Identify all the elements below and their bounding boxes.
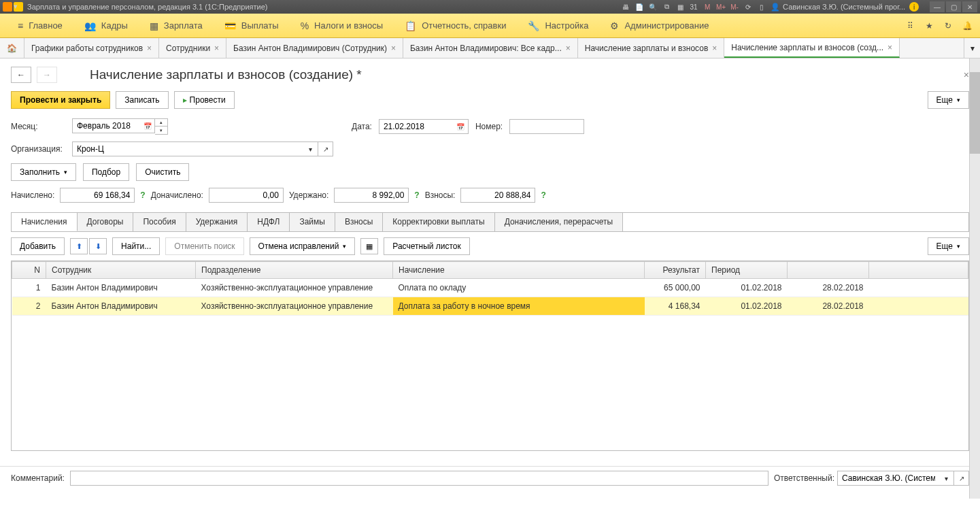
move-down-button[interactable]: ⬇ — [89, 238, 107, 254]
subtab-benefits[interactable]: Пособия — [133, 213, 186, 231]
close-icon[interactable]: × — [147, 44, 152, 53]
find-button[interactable]: Найти... — [112, 237, 160, 255]
withheld-value[interactable] — [334, 188, 409, 203]
star-icon[interactable]: ★ — [923, 20, 935, 32]
close-window-button[interactable]: ✕ — [962, 1, 977, 12]
subtab-deductions[interactable]: Удержания — [186, 213, 248, 231]
post-button[interactable]: ▸Провести — [174, 91, 235, 109]
accrued-value[interactable] — [60, 188, 135, 203]
post-and-close-button[interactable]: Провести и закрыть — [11, 91, 110, 109]
dropdown-icon[interactable]: ▾ — [303, 141, 318, 156]
menu-payments[interactable]: 💳Выплаты — [214, 20, 290, 31]
tab-schedules[interactable]: Графики работы сотрудников× — [24, 38, 159, 58]
col-employee[interactable]: Сотрудник — [46, 262, 196, 279]
help-icon[interactable]: ? — [140, 190, 145, 200]
fill-button[interactable]: Заполнить▾ — [11, 163, 76, 181]
maximize-button[interactable]: ▢ — [946, 1, 961, 12]
subtab-loans[interactable]: Займы — [290, 213, 335, 231]
table-settings-button[interactable]: ▦ — [360, 238, 378, 254]
menu-reports[interactable]: 📋Отчетность, справки — [394, 20, 517, 31]
info-icon[interactable]: i — [909, 2, 919, 12]
org-input[interactable] — [72, 141, 303, 156]
write-button[interactable]: Записать — [116, 91, 168, 109]
close-icon[interactable]: × — [712, 44, 717, 53]
home-tab[interactable]: 🏠 — [0, 38, 24, 58]
subtab-contributions[interactable]: Взносы — [335, 213, 383, 231]
user-label[interactable]: 👤 Савинская З.Ю. (Системный прог... — [771, 3, 905, 12]
menu-settings[interactable]: 🔧Настройка — [517, 20, 599, 31]
subtab-ndfl[interactable]: НДФЛ — [248, 213, 290, 231]
tabs-dropdown[interactable]: ▾ — [964, 38, 980, 58]
responsible-input[interactable] — [837, 471, 939, 486]
m-icon[interactable]: M — [703, 2, 712, 12]
history-icon[interactable]: ↻ — [942, 20, 954, 32]
m-minus-icon[interactable]: M- — [730, 2, 739, 12]
calc-icon[interactable]: ▦ — [675, 2, 685, 12]
help-icon[interactable]: ? — [541, 190, 545, 200]
close-icon[interactable]: × — [888, 43, 892, 52]
minimize-button[interactable]: — — [930, 1, 945, 12]
subtab-recalc[interactable]: Доначисления, перерасчеты — [495, 213, 623, 231]
col-accrual[interactable]: Начисление — [393, 262, 645, 279]
table-row[interactable]: 2 Базин Антон Владимирович Хозяйственно-… — [12, 297, 968, 316]
menu-taxes[interactable]: %Налоги и взносы — [290, 20, 394, 31]
comment-input[interactable] — [70, 471, 768, 486]
add-accrued-value[interactable] — [209, 188, 284, 203]
calendar-icon[interactable]: 31 — [689, 2, 698, 12]
dropdown-icon[interactable]: ▾ — [14, 2, 23, 12]
bell-icon[interactable]: 🔔 — [961, 20, 973, 32]
nav-back-button[interactable]: ← — [11, 67, 31, 83]
table-row[interactable]: 1 Базин Антон Владимирович Хозяйственно-… — [12, 279, 968, 297]
col-extra[interactable] — [869, 262, 968, 279]
nav-forward-button[interactable]: → — [37, 67, 57, 83]
select-button[interactable]: Подбор — [83, 163, 129, 181]
month-up[interactable]: ▴ — [155, 119, 167, 127]
month-input[interactable] — [72, 118, 140, 133]
open-icon[interactable]: ↗ — [954, 471, 969, 486]
tab-employee-card[interactable]: Базин Антон Владимирович (Сотрудник)× — [226, 38, 403, 58]
restore-icon[interactable]: ⟳ — [743, 2, 753, 12]
subtab-corrections[interactable]: Корректировки выплаты — [383, 213, 494, 231]
open-icon[interactable]: ↗ — [318, 141, 333, 156]
menu-salary[interactable]: ▦Зарплата — [139, 20, 214, 31]
clear-button[interactable]: Очистить — [136, 163, 189, 181]
page-close-button[interactable]: × — [964, 69, 969, 80]
contrib-value[interactable] — [460, 188, 535, 203]
panel-icon[interactable]: ▯ — [757, 2, 766, 12]
tab-employee-all[interactable]: Базин Антон Владимирович: Все кадр...× — [403, 38, 578, 58]
col-period[interactable]: Период — [706, 262, 788, 279]
menu-main[interactable]: ≡Главное — [7, 20, 73, 31]
col-period2[interactable] — [788, 262, 869, 279]
payslip-button[interactable]: Расчетный листок — [384, 237, 469, 255]
cancel-search-button[interactable]: Отменить поиск — [165, 237, 243, 255]
grid-icon[interactable]: ⠿ — [904, 20, 916, 32]
copy-icon[interactable]: 📄 — [635, 2, 644, 12]
subtab-contracts[interactable]: Договоры — [78, 213, 134, 231]
add-button[interactable]: Добавить — [11, 237, 65, 255]
move-up-button[interactable]: ⬆ — [70, 238, 88, 254]
compare-icon[interactable]: ⧉ — [662, 2, 671, 12]
scrollbar[interactable] — [969, 58, 980, 490]
close-icon[interactable]: × — [566, 44, 571, 53]
tab-employees[interactable]: Сотрудники× — [159, 38, 226, 58]
cancel-fix-button[interactable]: Отмена исправлений▾ — [250, 237, 356, 255]
number-input[interactable] — [509, 119, 584, 134]
close-icon[interactable]: × — [214, 44, 219, 53]
menu-personnel[interactable]: 👥Кадры — [73, 20, 139, 31]
tab-accrual-create[interactable]: Начисление зарплаты и взносов (созд...× — [724, 38, 900, 58]
search-icon[interactable]: 🔍 — [648, 2, 658, 12]
close-icon[interactable]: × — [391, 44, 396, 53]
dropdown-icon[interactable]: ▾ — [939, 471, 954, 486]
month-down[interactable]: ▾ — [155, 127, 167, 134]
m-plus-icon[interactable]: M+ — [716, 2, 726, 12]
sub-more-button[interactable]: Еще▾ — [928, 237, 969, 255]
subtab-accruals[interactable]: Начисления — [12, 213, 78, 231]
calendar-icon[interactable]: 📅 — [140, 118, 155, 133]
col-department[interactable]: Подразделение — [196, 262, 393, 279]
more-button[interactable]: Еще▾ — [928, 91, 969, 109]
help-icon[interactable]: ? — [414, 190, 419, 200]
scroll-thumb[interactable] — [970, 72, 980, 154]
print-icon[interactable]: 🖶 — [621, 2, 630, 12]
accruals-table[interactable]: N Сотрудник Подразделение Начисление Рез… — [11, 261, 969, 451]
tab-accrual[interactable]: Начисление зарплаты и взносов× — [578, 38, 725, 58]
